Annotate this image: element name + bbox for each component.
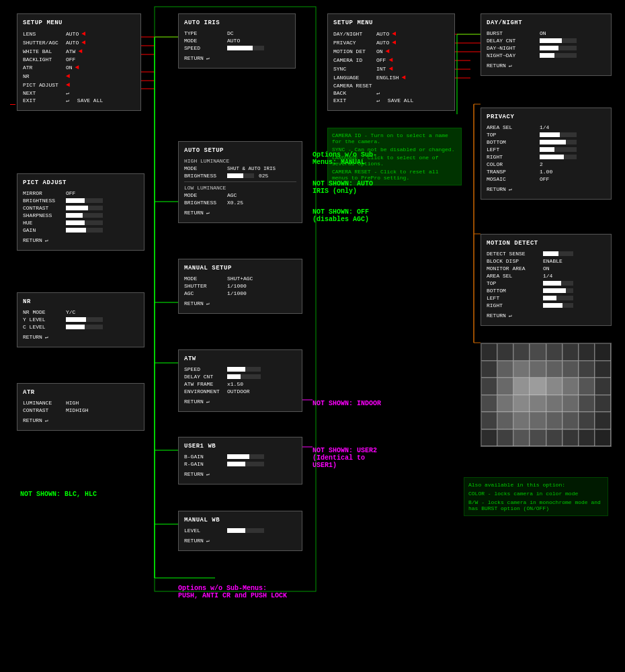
as-hl-mode-row: MODE SHUT & AUTO IRIS (184, 165, 296, 171)
u1-bgain-row: B-GAIN (184, 454, 296, 460)
nr-return-enter: ↵ (45, 334, 48, 340)
as-return-row: RETURN ↵ (184, 210, 296, 216)
ai-mode-row: MODE AUTO (184, 38, 290, 44)
ms-shutter-row: SHUTTER 1/1000 (184, 283, 296, 289)
atw-return-enter: ↵ (206, 398, 210, 405)
atr-return-enter: ↵ (45, 417, 48, 423)
dn-night2day-row: NIGHT→DAY (487, 52, 606, 58)
md-left-bar (543, 296, 573, 300)
mwb-level-row: LEVEL (184, 528, 296, 534)
u1-rgain-row: R-GAIN (184, 461, 296, 467)
motion-detect-title: MOTION DETECT (487, 240, 606, 247)
pa-hue-row: HUE (23, 220, 138, 226)
as-hl-brightness-row: BRIGHTNESS 025 (184, 173, 296, 179)
lens-row: LENS AUTO ◄ (23, 30, 135, 38)
mwb-level-bar (227, 528, 264, 533)
priv-left-bar (540, 147, 577, 152)
sm2-cameraid-arrow: ◄ (388, 56, 392, 64)
u1-return-enter: ↵ (206, 471, 210, 477)
next-enter: ↵ (66, 90, 69, 96)
as-ll-brightness-row: BRIGHTNESS X0.25 (184, 200, 296, 206)
pa-gain-row: GAIN (23, 227, 138, 233)
ai-type-row: TYPE DC (184, 30, 290, 36)
sm2-sync-row: SYNC INT ◄ (333, 65, 449, 73)
setup-menu-title: SETUP MENU (23, 19, 135, 26)
manual-wb-title: MANUAL WB (184, 517, 296, 523)
mwb-return-enter: ↵ (206, 538, 210, 544)
manual-setup-panel: MANUAL SETUP MODE SHUT+AGC SHUTTER 1/100… (178, 259, 302, 314)
pa-hue-bar (66, 220, 103, 225)
dn-day2night-bar (540, 46, 577, 50)
pa-contrast-row: CONTRAST (23, 205, 138, 211)
atr-row: ATR ON ◄ (23, 64, 135, 71)
atr-lum-row: LUMINANCE HIGH (23, 400, 138, 406)
md-return-row: RETURN ↵ (487, 312, 606, 319)
u1-bgain-bar (227, 454, 264, 459)
whitebal-arrow: ◄ (78, 48, 82, 55)
priv-top-row: TOP (487, 132, 606, 138)
pict-adjust-title: PICT ADJUST (23, 179, 138, 186)
pa-gain-bar (66, 228, 103, 233)
backlight-row: BACKLIGHT OFF (23, 56, 135, 62)
nr-clevel-bar (66, 325, 103, 329)
exit-save-row: EXIT ↵ SAVE ALL (23, 97, 135, 103)
pa-brightness-row: BRIGHTNESS (23, 198, 138, 204)
priv-bottom-row: BOTTOM (487, 139, 606, 145)
setup-menu-panel: SETUP MENU LENS AUTO ◄ SHUTTER/AGC AUTO … (17, 13, 141, 111)
nr-ylevel-bar (66, 317, 103, 322)
auto-iris-panel: AUTO IRIS TYPE DC MODE AUTO SPEED RETURN… (178, 13, 296, 69)
atw-env-row: ENVIRONMENT OUTDOOR (184, 388, 296, 394)
atw-frame-row: ATW FRAME x1.50 (184, 381, 296, 387)
as-ll-mode-row: MODE AGC (184, 192, 296, 198)
dn-delaycnt-row: DELAY CNT (487, 38, 606, 44)
atw-speed-bar (227, 367, 261, 372)
note-auto-iris-only: NOT SHOWN: AUTO IRIS (only) (312, 180, 393, 195)
sm2-language-row: LANGUAGE ENGLISH ◄ (333, 74, 449, 81)
atw-panel: ATW SPEED DELAY CNT ATW FRAME x1.50 ENVI… (178, 349, 302, 412)
priv-transp-row: TRANSP 1.00 (487, 169, 606, 175)
md-bottom-row: BOTTOM (487, 288, 606, 294)
nr-title: NR (23, 298, 138, 305)
whitebal-row: WHITE BAL ATW ◄ (23, 48, 135, 55)
ai-speed-row: SPEED (184, 45, 290, 51)
nr-panel: NR NR MODE Y/C Y LEVEL C LEVEL RETURN ↵ (17, 292, 144, 347)
sm2-camerareset-row: CAMERA RESET (333, 83, 449, 89)
note-blc-hlc: NOT SHOWN: BLC, HLC (20, 491, 97, 498)
next-row: NEXT ↵ (23, 90, 135, 96)
also-available-box: Also available in this option: COLOR - l… (464, 477, 608, 516)
md-left-row: LEFT (487, 295, 606, 301)
dn-delay-bar (540, 38, 577, 43)
md-right-bar (543, 303, 573, 308)
as-hl-brightness-bar (227, 173, 254, 178)
md-top-row: TOP (487, 280, 606, 286)
red-indicator-left (10, 104, 15, 105)
setup-menu2-panel: SETUP MENU DAY/NIGHT AUTO ◄ PRIVACY AUTO… (327, 13, 455, 111)
md-monarea-row: MONITOR AREA ON (487, 265, 606, 271)
atr-arrow: ◄ (75, 64, 79, 71)
atr-return-row: RETURN ↵ (23, 417, 138, 423)
nr-return-row: RETURN ↵ (23, 334, 138, 340)
camera-image (481, 343, 612, 447)
sm2-back-row: BACK ↵ (333, 90, 449, 96)
ms-return-enter: ↵ (206, 300, 210, 306)
also-available-title: Also available in this option: (468, 482, 603, 488)
atw-title: ATW (184, 355, 296, 362)
setup-menu2-title: SETUP MENU (333, 19, 449, 26)
mwb-return-row: RETURN ↵ (184, 538, 296, 544)
ms-mode-row: MODE SHUT+AGC (184, 276, 296, 282)
sm2-exit-row: EXIT ↵ SAVE ALL (333, 97, 449, 103)
priv-color-row: COLOR 2 (487, 161, 606, 167)
nr-row: NR ◄ (23, 73, 135, 80)
lens-arrow: ◄ (81, 30, 85, 38)
atw-delaycnt-row: DELAY CNT (184, 374, 296, 380)
ai-return-row: RETURN ↵ (184, 55, 290, 61)
privacy-title: PRIVACY (487, 114, 606, 120)
atw-delay-bar (227, 374, 261, 379)
shutter-row: SHUTTER/AGC AUTO ◄ (23, 39, 135, 46)
note-push-anti: Options w/o Sub-Menus: PUSH, ANTI CR and… (178, 585, 289, 599)
privacy-panel: PRIVACY AREA SEL 1/4 TOP BOTTOM LEFT RIG… (481, 108, 612, 200)
pa-return-enter: ↵ (45, 237, 48, 243)
pa-contrast-bar (66, 206, 103, 210)
as-return-enter: ↵ (206, 210, 210, 216)
sm2-daynight-arrow: ◄ (392, 30, 396, 38)
